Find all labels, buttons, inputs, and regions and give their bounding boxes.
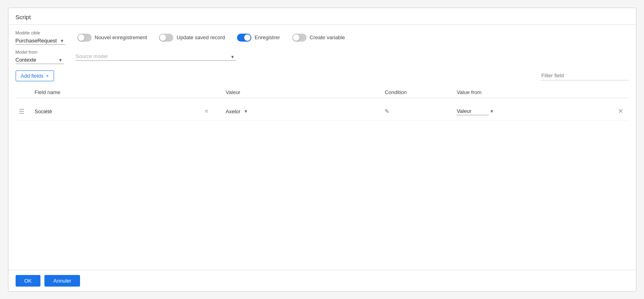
row-condition-cell: ✎ [381,108,453,114]
source-model-group: Source model ▼ [76,53,236,61]
toggle-update-label: Update saved record [177,34,225,40]
edit-condition-icon[interactable]: ✎ [385,108,389,114]
actions-col-header [613,89,629,95]
toggle-nouvel-label: Nouvel enregistrement [95,34,147,40]
toggle-update-track [159,34,173,42]
source-model-select[interactable] [76,53,236,61]
modele-cible-group: Modèle cible PurchaseRequest ▼ [16,30,65,45]
modele-cible-select[interactable]: PurchaseRequest [16,37,65,45]
toggle-create-switch[interactable] [292,34,307,42]
ok-button[interactable]: OK [16,275,41,287]
toggle-nouvel-track [77,34,92,42]
dialog-title: Script [16,14,31,20]
dialog-body: Modèle cible PurchaseRequest ▼ Nouvel en… [8,25,636,270]
toggle-enregistrer-thumb [244,34,251,41]
script-dialog: Script Modèle cible PurchaseRequest ▼ [8,8,636,292]
value-from-header: Value from [453,89,612,95]
equals-col-header [191,89,223,95]
toggle-create-label: Create variable [310,34,345,40]
cancel-button[interactable]: Annuler [44,275,80,287]
row-value-cell: Axelor ▼ [223,108,381,114]
filter-field-input[interactable] [541,71,629,80]
model-from-select[interactable]: Contexte [16,56,64,64]
toggle-create-group: Create variable [292,34,345,42]
model-from-group: Model from Contexte ▼ [16,50,64,64]
add-icon: + [46,73,49,79]
toggle-enregistrer-group: Enregistrer [237,34,280,42]
row-equals: = [191,108,223,114]
toggle-create-thumb [293,34,299,41]
toggle-enregistrer-switch[interactable] [237,34,251,42]
toggle-nouvel-group: Nouvel enregistrement [77,34,147,42]
toggle-update-thumb [160,34,166,41]
toggle-create-track [292,34,307,42]
row-value-dropdown-icon[interactable]: ▼ [244,109,248,114]
row-delete-cell: ✕ [613,108,629,114]
row-value-text: Axelor [226,108,241,114]
model-from-label: Model from [16,50,64,54]
add-fields-label: Add fields [21,73,44,79]
add-fields-button[interactable]: Add fields + [16,70,54,81]
toggle-enregistrer-label: Enregistrer [255,34,280,40]
toggle-update-group: Update saved record [159,34,225,42]
toolbar-row: Add fields + [16,70,629,81]
model-from-select-wrapper: Contexte ▼ [16,56,64,64]
table-body: ☰ Société = Axelor ▼ ✎ [16,103,629,120]
source-model-select-wrapper: ▼ [76,53,236,61]
delete-row-button[interactable]: ✕ [618,108,623,114]
toggle-update-switch[interactable] [159,34,173,42]
table-row: ☰ Société = Axelor ▼ ✎ [16,103,629,120]
modele-cible-label: Modèle cible [16,30,65,35]
modele-cible-select-wrapper: PurchaseRequest ▼ [16,37,65,45]
valeur-header: Valeur [223,89,381,95]
toggle-nouvel-thumb [78,34,84,41]
drag-col-header [16,89,32,95]
model-from-row: Model from Contexte ▼ Source model ▼ [16,50,629,64]
row-field-name: Société [32,108,191,114]
value-from-select-wrapper: Valeur ▼ [457,107,494,115]
top-row: Modèle cible PurchaseRequest ▼ Nouvel en… [16,30,629,45]
toggle-nouvel-switch[interactable] [77,34,92,42]
field-name-header: Field name [32,89,191,95]
condition-header: Condition [381,89,453,95]
table-header: Field name Valeur Condition Value from [16,86,629,98]
toggle-enregistrer-track [237,34,251,42]
value-from-select[interactable]: Valeur [457,107,489,115]
value-from-arrow-icon: ▼ [490,109,494,114]
dialog-footer: OK Annuler [8,270,636,291]
dialog-header: Script [8,8,636,25]
row-value-from-cell: Valeur ▼ [453,107,612,115]
drag-handle-icon[interactable]: ☰ [16,108,32,115]
